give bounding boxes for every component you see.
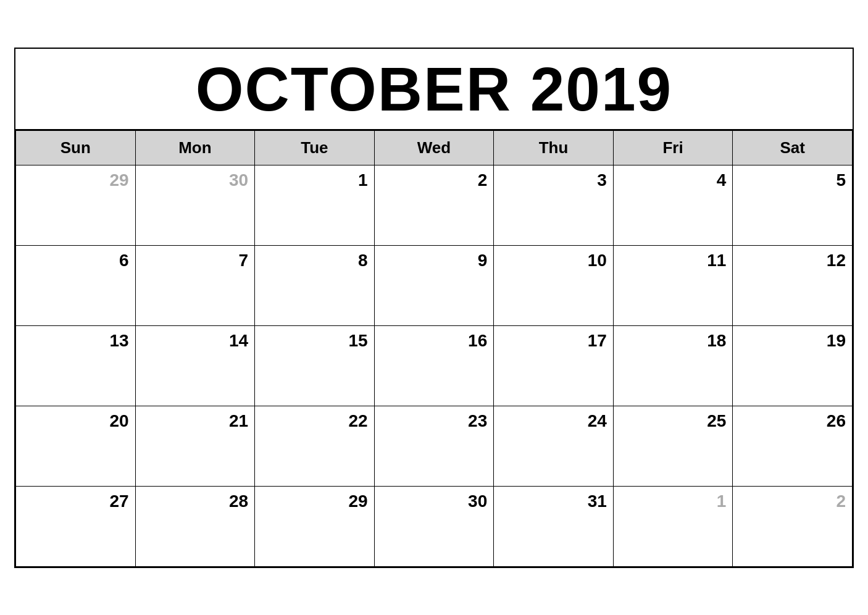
- weekday-header-mon: Mon: [135, 130, 255, 165]
- calendar-day-cell[interactable]: 1: [613, 486, 733, 566]
- calendar-day-cell[interactable]: 6: [16, 245, 136, 325]
- calendar-day-cell[interactable]: 4: [613, 165, 733, 245]
- calendar-day-cell[interactable]: 23: [374, 406, 494, 486]
- weekday-row: SunMonTueWedThuFriSat: [16, 130, 853, 165]
- calendar-day-cell[interactable]: 20: [16, 406, 136, 486]
- calendar-day-cell[interactable]: 18: [613, 325, 733, 406]
- calendar-day-cell[interactable]: 12: [733, 245, 853, 325]
- calendar-day-cell[interactable]: 11: [613, 245, 733, 325]
- calendar-day-cell[interactable]: 29: [16, 165, 136, 245]
- calendar-day-cell[interactable]: 10: [494, 245, 614, 325]
- calendar-day-cell[interactable]: 25: [613, 406, 733, 486]
- calendar-day-cell[interactable]: 22: [255, 406, 375, 486]
- weekday-header-sat: Sat: [733, 130, 853, 165]
- calendar-day-cell[interactable]: 27: [16, 486, 136, 566]
- calendar-day-cell[interactable]: 1: [255, 165, 375, 245]
- week-row-3: 13141516171819: [16, 325, 853, 406]
- calendar-day-cell[interactable]: 14: [135, 325, 255, 406]
- weekday-header-wed: Wed: [374, 130, 494, 165]
- calendar-body: 2930123456789101112131415161718192021222…: [16, 165, 853, 566]
- calendar-day-cell[interactable]: 17: [494, 325, 614, 406]
- calendar-title: OCTOBER 2019: [15, 55, 853, 123]
- calendar-day-cell[interactable]: 28: [135, 486, 255, 566]
- weekday-header-sun: Sun: [16, 130, 136, 165]
- calendar-day-cell[interactable]: 2: [374, 165, 494, 245]
- weekday-header-tue: Tue: [255, 130, 375, 165]
- week-row-4: 20212223242526: [16, 406, 853, 486]
- calendar-header: OCTOBER 2019: [15, 49, 853, 130]
- week-row-5: 272829303112: [16, 486, 853, 566]
- calendar-day-cell[interactable]: 2: [733, 486, 853, 566]
- week-row-1: 293012345: [16, 165, 853, 245]
- calendar-day-cell[interactable]: 13: [16, 325, 136, 406]
- calendar-day-cell[interactable]: 31: [494, 486, 614, 566]
- week-row-2: 6789101112: [16, 245, 853, 325]
- calendar-weekday-header: SunMonTueWedThuFriSat: [16, 130, 853, 165]
- calendar-day-cell[interactable]: 16: [374, 325, 494, 406]
- weekday-header-fri: Fri: [613, 130, 733, 165]
- calendar-day-cell[interactable]: 9: [374, 245, 494, 325]
- calendar-day-cell[interactable]: 15: [255, 325, 375, 406]
- calendar-day-cell[interactable]: 8: [255, 245, 375, 325]
- calendar-day-cell[interactable]: 19: [733, 325, 853, 406]
- calendar-day-cell[interactable]: 30: [374, 486, 494, 566]
- calendar-day-cell[interactable]: 24: [494, 406, 614, 486]
- calendar-container: OCTOBER 2019 SunMonTueWedThuFriSat 29301…: [14, 48, 854, 568]
- calendar-grid: SunMonTueWedThuFriSat 293012345678910111…: [15, 130, 853, 567]
- calendar-day-cell[interactable]: 21: [135, 406, 255, 486]
- calendar-day-cell[interactable]: 30: [135, 165, 255, 245]
- calendar-day-cell[interactable]: 26: [733, 406, 853, 486]
- calendar-day-cell[interactable]: 29: [255, 486, 375, 566]
- weekday-header-thu: Thu: [494, 130, 614, 165]
- calendar-day-cell[interactable]: 3: [494, 165, 614, 245]
- calendar-day-cell[interactable]: 5: [733, 165, 853, 245]
- calendar-day-cell[interactable]: 7: [135, 245, 255, 325]
